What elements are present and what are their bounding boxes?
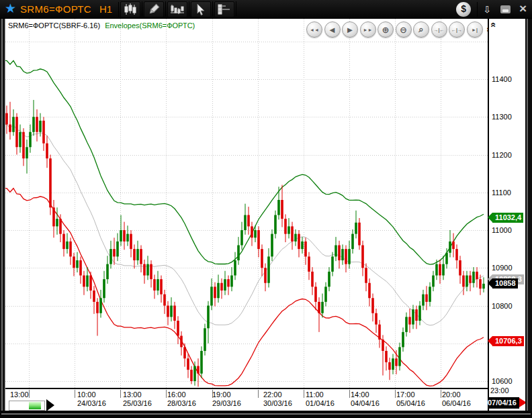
time-tick [166, 390, 167, 398]
instrument-title: SRM6=ФОРТС [20, 3, 91, 15]
legend-instrument: SRM6=ФОРТС(SBRF-6.16) [8, 21, 100, 30]
timeframe-label: H1 [99, 3, 112, 15]
time-tick [349, 390, 350, 398]
time-axis-label: 17:0005/04/16 [396, 390, 425, 408]
price-tick-label: 11300 [492, 113, 512, 121]
time-axis-label: 16:0028/03/16 [167, 390, 196, 408]
time-axis-label: 22:0030/03/16 [263, 390, 292, 408]
toolbar-separator [236, 1, 236, 16]
window-bottom-border [0, 411, 532, 418]
download-icon[interactable]: ⇩ [483, 4, 491, 15]
time-tick [258, 390, 259, 398]
last-bar-date-badge: 07/04/16 [485, 397, 519, 409]
price-tick-label: 11100 [492, 189, 511, 197]
draw-button[interactable] [144, 1, 164, 17]
scroll-to-end-button[interactable]: ►| [467, 21, 483, 38]
legend: SRM6=ФОРТС(SBRF-6.16)Envelopes(SRM6=ФОРТ… [8, 21, 195, 30]
money-icon[interactable]: $ [456, 2, 471, 17]
cursor-button[interactable] [191, 1, 211, 17]
titlebar-separator [477, 2, 478, 17]
expand-bars-button[interactable]: ←|→ [449, 21, 465, 38]
close-icon[interactable]: × [519, 1, 527, 16]
strategy-button[interactable] [167, 1, 187, 17]
indicators-button[interactable] [214, 1, 234, 17]
chart-type-button[interactable] [120, 1, 140, 17]
lower-envelope-price-badge: 10706,3 [492, 336, 524, 346]
last-bar-time-label: 23:00 [490, 386, 509, 395]
chart-client-area: SRM6=ФОРТС(SBRF-6.16)Envelopes(SRM6=ФОРТ… [0, 19, 532, 418]
toolbar-separator [165, 1, 166, 16]
zoom-box-button[interactable]: ⌕ [413, 21, 429, 38]
time-axis-label: 10:0024/03/16 [77, 390, 106, 408]
toolbar-separator [142, 1, 142, 16]
pencil-icon [148, 3, 160, 15]
cursor-icon [195, 3, 206, 15]
time-axis-label: 20:0006/04/16 [442, 390, 471, 408]
strategy-icon [170, 4, 185, 15]
chart-window: ★ SRM6=ФОРТС H1 $ ⇩ × SRM6=ФОРТС(SBRF-6.… [0, 0, 532, 418]
candlestick-chart [5, 19, 488, 388]
toolbar-separator [212, 1, 213, 16]
zoom-out-button[interactable]: ⊖ [396, 21, 412, 38]
zoom-in-button[interactable]: ⊕ [378, 21, 394, 38]
scroll-left-button[interactable]: ◄ [324, 21, 341, 38]
indicators-icon [217, 4, 232, 15]
price-tick-label: 11400 [492, 75, 512, 83]
price-axis[interactable]: » 11400113001120011100110001090010800107… [488, 19, 525, 411]
scroll-right-button[interactable]: ► [342, 21, 358, 38]
legend-indicator: Envelopes(SRM6=ФОРТС) [105, 21, 195, 30]
time-axis-label: 13:00 [10, 390, 29, 399]
chart-nav-toolbar: ◄◄◄►►►⊕⊖⌕→|←←|→►|» [306, 21, 490, 38]
play-triangle-icon[interactable] [46, 399, 54, 411]
favorite-star-icon[interactable]: ★ [5, 1, 16, 16]
price-tick-label: 10600 [492, 377, 513, 385]
time-tick [441, 390, 441, 398]
time-axis-label: 14:0004/04/16 [351, 390, 380, 408]
time-axis-label: 13:0025/03/16 [123, 390, 152, 408]
minimize-icon[interactable] [500, 5, 511, 13]
time-tick [29, 390, 30, 398]
time-axis-label: 11:0001/04/16 [306, 390, 335, 408]
time-axis[interactable]: 13:0010:0024/03/1613:0025/03/1616:0028/0… [5, 388, 488, 411]
scroll-fast-right-button[interactable]: ►► [360, 21, 376, 38]
candles-icon [124, 3, 137, 15]
upper-envelope-price-badge: 11032,4 [492, 213, 523, 223]
time-tick [75, 390, 75, 398]
price-tick-label: 10800 [492, 302, 513, 310]
replay-progress-bar[interactable] [9, 401, 45, 411]
toolbar-separator [118, 2, 119, 17]
axis-collapse-icon[interactable]: » [487, 23, 498, 28]
compress-bars-button[interactable]: →|← [431, 21, 447, 38]
time-axis-label: 19:0029/03/16 [212, 390, 241, 408]
time-tick [304, 390, 304, 398]
title-bar[interactable]: ★ SRM6=ФОРТС H1 $ ⇩ × [0, 0, 532, 19]
time-tick [395, 390, 396, 398]
price-tick-label: 11000 [492, 226, 512, 234]
time-tick [120, 390, 121, 398]
plot-area[interactable]: SRM6=ФОРТС(SBRF-6.16)Envelopes(SRM6=ФОРТ… [5, 19, 488, 388]
last-price-badge: 10858 [492, 278, 518, 289]
window-right-border[interactable] [525, 19, 532, 418]
toolbar-separator [189, 1, 189, 16]
scroll-fast-left-button[interactable]: ◄◄ [306, 21, 322, 38]
price-tick-label: 11200 [492, 151, 512, 159]
progress-fill [29, 402, 41, 409]
grid-lines [5, 19, 488, 388]
window-left-border [0, 19, 5, 418]
price-tick-label: 10900 [492, 264, 513, 272]
